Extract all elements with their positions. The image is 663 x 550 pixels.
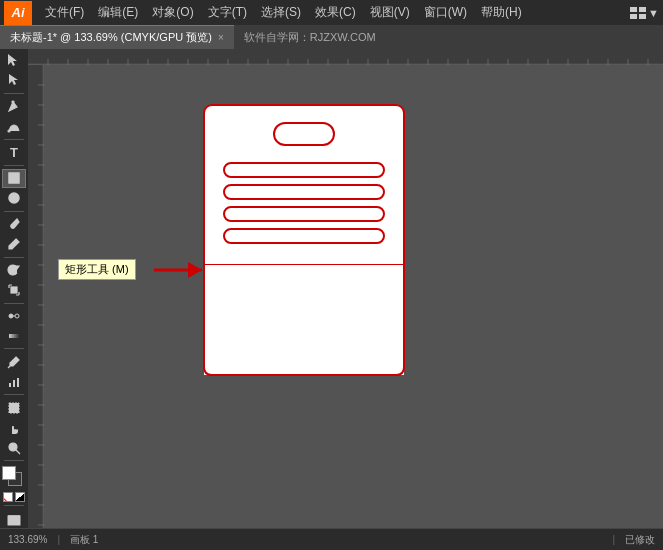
menu-file[interactable]: 文件(F) [38, 0, 91, 25]
svg-point-12 [9, 314, 13, 318]
gradient-tool[interactable] [2, 326, 26, 345]
workspace-switcher[interactable]: ▼ [630, 7, 659, 19]
artboard-tool[interactable] [2, 398, 26, 417]
direct-selection-tool[interactable] [2, 71, 26, 90]
hand-tool[interactable] [2, 418, 26, 437]
menu-object[interactable]: 对象(O) [145, 0, 200, 25]
toolbar-divider-2 [4, 139, 24, 140]
color-swatches [0, 466, 28, 502]
eyedropper-tool[interactable] [2, 352, 26, 371]
svg-rect-0 [630, 7, 637, 12]
toolbar-divider-1 [4, 93, 24, 94]
chart-tool[interactable] [2, 372, 26, 391]
scale-tool[interactable] [2, 281, 26, 300]
svg-rect-84 [224, 185, 384, 199]
doc-status: 已修改 [625, 533, 655, 547]
ellipse-tool[interactable] [2, 189, 26, 208]
tab-title: 未标题-1* @ 133.69% (CMYK/GPU 预览) [10, 30, 212, 45]
svg-rect-2 [630, 14, 637, 19]
menu-bar: Ai 文件(F) 编辑(E) 对象(O) 文字(T) 选择(S) 效果(C) 视… [0, 0, 663, 25]
menu-window[interactable]: 窗口(W) [417, 0, 474, 25]
toolbar-divider-7 [4, 348, 24, 349]
svg-rect-23 [8, 516, 20, 525]
svg-rect-86 [224, 229, 384, 243]
type-tool[interactable]: T [2, 143, 26, 162]
canvas-area[interactable]: 矩形工具 (M) [28, 49, 663, 528]
svg-rect-15 [9, 383, 11, 387]
menu-view[interactable]: 视图(V) [363, 0, 417, 25]
ruler-top [28, 49, 663, 65]
toolbar-divider-5 [4, 257, 24, 258]
svg-rect-3 [639, 14, 646, 19]
menu-select[interactable]: 选择(S) [254, 0, 308, 25]
main-area: T [0, 49, 663, 528]
blend-tool[interactable] [2, 306, 26, 325]
active-tab[interactable]: 未标题-1* @ 133.69% (CMYK/GPU 预览) × [0, 25, 234, 49]
svg-rect-14 [9, 334, 19, 338]
app-logo: Ai [4, 1, 32, 25]
status-bar: 133.69% | 画板 1 | 已修改 [0, 528, 663, 550]
menu-effect[interactable]: 效果(C) [308, 0, 363, 25]
rectangle-tool[interactable] [2, 169, 26, 188]
status-separator2: | [612, 534, 615, 545]
paintbrush-tool[interactable] [2, 215, 26, 234]
svg-point-9 [9, 193, 19, 203]
svg-rect-16 [13, 380, 15, 387]
svg-rect-17 [17, 378, 19, 387]
secondary-tab[interactable]: 软件自学网：RJZXW.COM [234, 25, 386, 49]
svg-point-7 [8, 130, 10, 132]
artboard-info: 画板 1 [70, 533, 98, 547]
status-separator: | [57, 534, 60, 545]
svg-point-6 [12, 101, 14, 103]
fill-swatch[interactable] [2, 466, 16, 480]
svg-rect-1 [639, 7, 646, 12]
toolbar: T [0, 49, 28, 528]
menu-help[interactable]: 帮助(H) [474, 0, 529, 25]
svg-rect-82 [274, 123, 334, 145]
menu-edit[interactable]: 编辑(E) [91, 0, 145, 25]
change-screen-mode[interactable] [2, 509, 26, 528]
svg-point-13 [15, 314, 19, 318]
rotate-tool[interactable] [2, 261, 26, 280]
curvature-tool[interactable] [2, 117, 26, 136]
toolbar-divider-6 [4, 303, 24, 304]
menu-text[interactable]: 文字(T) [201, 0, 254, 25]
pen-tool[interactable] [2, 97, 26, 116]
toolbar-divider-9 [4, 460, 24, 461]
workspace-arrow: ▼ [648, 7, 659, 19]
svg-rect-83 [224, 163, 384, 177]
svg-rect-85 [224, 207, 384, 221]
zoom-level: 133.69% [8, 534, 47, 545]
svg-marker-4 [8, 54, 17, 66]
svg-rect-18 [9, 403, 19, 413]
zoom-tool[interactable] [2, 438, 26, 457]
svg-rect-11 [11, 287, 17, 293]
svg-rect-8 [9, 173, 19, 183]
ruler-left [28, 65, 44, 528]
svg-line-20 [16, 450, 20, 454]
svg-marker-90 [188, 262, 202, 278]
tab-bar: 未标题-1* @ 133.69% (CMYK/GPU 预览) × 软件自学网：R… [0, 25, 663, 49]
none-swatch[interactable] [3, 492, 13, 502]
canvas-content[interactable] [44, 65, 663, 528]
pencil-tool[interactable] [2, 235, 26, 254]
artwork-canvas [74, 85, 554, 528]
toolbar-divider-3 [4, 165, 24, 166]
toolbar-divider-4 [4, 211, 24, 212]
arrow-indicator [154, 262, 202, 278]
svg-marker-5 [9, 74, 18, 85]
toolbar-divider-8 [4, 394, 24, 395]
secondary-tab-label: 软件自学网：RJZXW.COM [244, 30, 376, 45]
gradient-swatch[interactable] [15, 492, 25, 502]
toolbar-divider-10 [4, 505, 24, 506]
tab-close-button[interactable]: × [218, 32, 224, 43]
selection-tool[interactable] [2, 51, 26, 70]
